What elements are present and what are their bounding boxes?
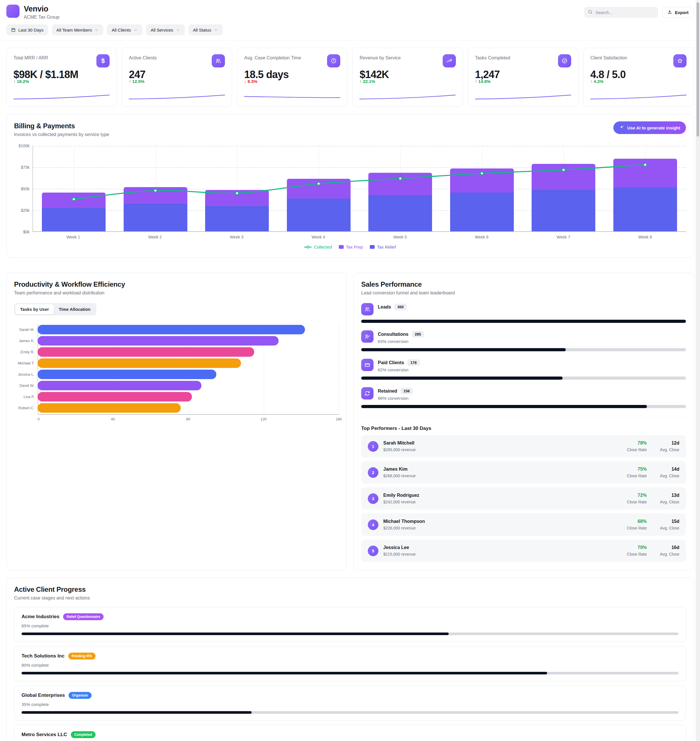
- task-user-label: James K.: [14, 339, 38, 343]
- billing-title: Billing & Payments: [14, 122, 686, 130]
- filter-all-clients[interactable]: All Clients: [107, 24, 142, 35]
- client-name: Tech Solutions Inc: [22, 653, 65, 659]
- billing-chart: $0k$25k$50k$75k$100k Week 1Week 2Week 3W…: [14, 146, 686, 249]
- x-tick-label: Week 1: [32, 235, 114, 239]
- funnel-conversion: 62% conversion: [378, 367, 420, 372]
- x-tick-label: 160: [336, 417, 342, 421]
- close-rate-value: 72%: [627, 493, 647, 498]
- sales-performance-card: Sales Performance Lead conversion funnel…: [353, 273, 694, 570]
- funnel-count-badge: 156: [400, 388, 413, 394]
- avg-close-value: 16d: [660, 545, 679, 550]
- client-row-global-enterprises: Global EnterprisesOrganizer35% complete: [14, 686, 686, 720]
- kpi-sparkline: [359, 93, 456, 101]
- tax-prep-segment: [42, 193, 106, 208]
- close-rate-label: Close Rate: [627, 499, 647, 504]
- x-tick-label: Week 2: [114, 235, 196, 239]
- tab-tasks-by-user[interactable]: Tasks by User: [15, 304, 54, 314]
- x-tick-label: 120: [260, 417, 267, 421]
- ai-insight-button[interactable]: Use AI to generate insight: [613, 121, 686, 134]
- avg-close-label: Avg. Close: [660, 473, 679, 478]
- legend-line-marker: [304, 245, 312, 249]
- rank-badge: 3: [368, 494, 378, 504]
- kpi-delta: ↑ 4.2%: [590, 79, 604, 84]
- task-bar-track: [38, 358, 339, 368]
- client-name: Global Enterprises: [22, 692, 65, 698]
- avg-close-value: 13d: [660, 493, 679, 498]
- funnel-stage-leads: Leads450: [361, 303, 686, 323]
- stacked-bar: [613, 159, 677, 231]
- tax-prep-segment: [368, 173, 432, 195]
- billing-subtitle: Invoices vs collected payments by servic…: [14, 132, 686, 137]
- productivity-card: Productivity & Workflow Efficiency Team …: [6, 273, 347, 570]
- task-bar: [38, 358, 241, 368]
- scrollbar-track[interactable]: [696, 0, 700, 741]
- filter-last-30-days[interactable]: Last 30 Days: [6, 24, 48, 35]
- performer-row-james-kim: 2James Kim$268,000 revenue75%Close Rate1…: [361, 461, 686, 483]
- leaderboard-title: Top Performers - Last 30 Days: [361, 426, 686, 431]
- users-icon: [212, 54, 225, 68]
- client-name: Metro Services LLC: [22, 732, 67, 738]
- kpi-label: Revenue by Service: [359, 54, 402, 60]
- avg-close-label: Avg. Close: [660, 526, 679, 530]
- client-progress-label: 80% complete: [22, 663, 678, 667]
- legend-label: Tax Relief: [377, 245, 396, 249]
- chevron-down-icon: [176, 28, 180, 32]
- legend-item-tax-prep[interactable]: Tax Prep: [339, 245, 363, 249]
- billing-plot: [32, 146, 686, 232]
- kpi-value: 4.8 / 5.0: [590, 69, 687, 81]
- bar-group-week-4: [278, 146, 360, 231]
- star-icon: [673, 54, 687, 68]
- performer-revenue: $242,000 revenue: [383, 499, 419, 504]
- search-box[interactable]: [584, 7, 658, 18]
- export-button[interactable]: Export: [662, 7, 694, 18]
- client-row-tech-solutions-inc: Tech Solutions IncPending IRS80% complet…: [14, 646, 686, 681]
- avg-close-label: Avg. Close: [660, 552, 679, 557]
- task-row-robert-c: Robert C.: [14, 402, 339, 414]
- app-logo: [6, 4, 19, 18]
- user-check-icon: [361, 330, 374, 343]
- tasks-by-user-chart: Sarah M.James K.Emily R.Michael T.Jessic…: [14, 324, 339, 421]
- kpi-label: Total MRR / ARR: [13, 54, 50, 60]
- filter-all-status[interactable]: All Status: [188, 24, 223, 35]
- client-row-acme-industries: Acme IndustriesRelief Questionnaire65% c…: [14, 607, 686, 642]
- task-bar-track: [38, 370, 339, 379]
- tab-time-allocation[interactable]: Time Allocation: [54, 304, 96, 314]
- performer-row-emily-rodriguez: 3Emily Rodriguez$242,000 revenue72%Close…: [361, 487, 686, 510]
- app-title: Venvio: [24, 4, 59, 13]
- task-user-label: Sarah M.: [14, 327, 38, 332]
- bar-group-week-1: [33, 146, 115, 231]
- search-input[interactable]: [595, 10, 654, 15]
- kpi-row: Total MRR / ARR$$98K / $1.18M↑ 18.2%Acti…: [6, 48, 694, 107]
- clients-subtitle: Current case stages and next actions: [14, 595, 686, 601]
- performer-name: Emily Rodriguez: [383, 493, 419, 498]
- chevron-down-icon: [94, 28, 99, 32]
- task-row-james-k: James K.: [14, 335, 339, 346]
- legend-swatch: [370, 245, 375, 249]
- task-bar: [38, 403, 181, 413]
- filter-all-team-members[interactable]: All Team Members: [52, 24, 104, 35]
- x-tick-label: Week 5: [359, 235, 441, 239]
- funnel-stage-label: Leads: [378, 305, 391, 310]
- x-tick-label: Week 8: [604, 235, 686, 239]
- kpi-card-total-mrr-arr: Total MRR / ARR$$98K / $1.18M↑ 18.2%: [6, 48, 117, 107]
- kpi-card-avg-case-completion-time: Avg. Case Completion Time18.5 days↓ 8.3%: [237, 48, 347, 107]
- task-row-lisa-p: Lisa P.: [14, 391, 339, 402]
- task-bar: [38, 347, 254, 357]
- top-bar: Venvio ACME Tax Group Export Last 30 Day…: [0, 0, 700, 41]
- task-user-label: Jessica L.: [14, 372, 38, 377]
- scrollbar-thumb[interactable]: [697, 2, 699, 137]
- client-progress-fill: [22, 632, 449, 635]
- funnel-stage-consultations: Consultations28563% conversion: [361, 330, 686, 351]
- tasks-x-axis: 04080120160: [38, 414, 339, 421]
- tax-prep-segment: [287, 179, 351, 199]
- filter-all-services[interactable]: All Services: [146, 24, 184, 35]
- task-bar: [38, 370, 216, 379]
- legend-item-tax-relief[interactable]: Tax Relief: [370, 245, 396, 249]
- legend-item-collected[interactable]: Collected: [304, 245, 332, 249]
- close-rate-col: 68%Close Rate: [627, 519, 647, 530]
- close-rate-label: Close Rate: [627, 526, 647, 530]
- stacked-bar: [124, 187, 187, 231]
- funnel-bar-fill: [361, 405, 647, 408]
- kpi-sparkline: [129, 93, 225, 101]
- billing-y-axis: $0k$25k$50k$75k$100k: [14, 146, 32, 232]
